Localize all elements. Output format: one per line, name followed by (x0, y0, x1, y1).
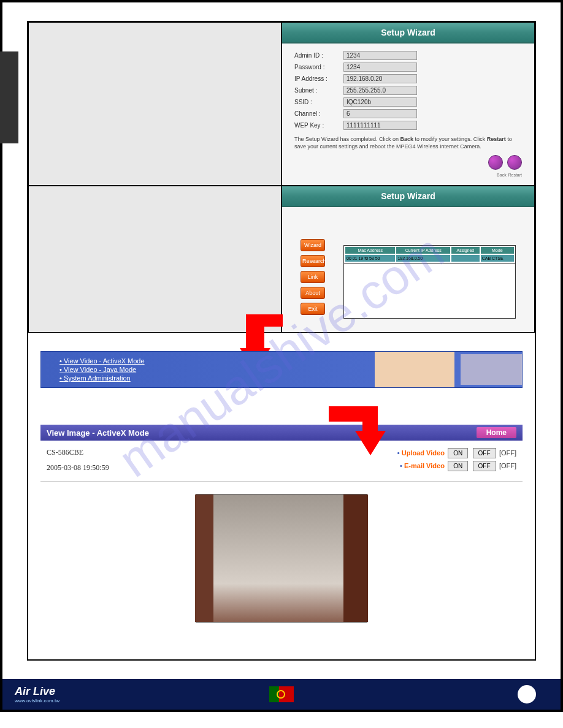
nav-banner: View Video - ActiveX Mode View Video - J… (40, 351, 523, 388)
password-label: Password : (294, 64, 343, 70)
wep-key-label: WEP Key : (294, 122, 343, 129)
home-button[interactable]: Home (477, 427, 516, 438)
email-off-button[interactable]: OFF (473, 461, 496, 471)
about-button[interactable]: About (301, 287, 325, 299)
back-button[interactable] (488, 155, 503, 170)
ip-address-label: IP Address : (294, 75, 343, 82)
upload-status: [OFF] (499, 449, 516, 457)
wizard-title: Setup Wizard (282, 23, 534, 44)
banner-camera-image (461, 354, 522, 385)
admin-id-input[interactable]: 1234 (343, 51, 417, 60)
wizard-note: The Setup Wizard has completed. Click on… (294, 136, 522, 150)
footer: Air Live www.ovislink.com.tw (2, 679, 561, 710)
upload-on-button[interactable]: ON (448, 448, 468, 458)
viewer-title: View Image - ActiveX Mode (47, 428, 149, 438)
banner-photo (375, 352, 454, 387)
channel-label: Channel : (294, 110, 343, 117)
page-number-circle (518, 685, 536, 703)
device-list-table: Mac Address Current IP Address Assigned … (343, 245, 516, 264)
ssid-input[interactable]: IQC120b (343, 97, 417, 107)
brand-logo: Air Live (15, 685, 55, 697)
upload-off-button[interactable]: OFF (473, 448, 496, 458)
empty-cell-2 (28, 186, 282, 333)
portugal-flag-icon (269, 686, 294, 702)
arrow-icon (362, 406, 378, 434)
table-row[interactable]: 00 01 19 f0 58 50 192.168.0.50 CAB CTSE (345, 255, 514, 262)
camera-name: CS-586CBE (47, 448, 109, 457)
exit-button[interactable]: Exit (301, 303, 325, 315)
link-view-activex[interactable]: View Video - ActiveX Mode (59, 357, 145, 365)
language-tab (0, 51, 18, 143)
arrow-down-icon (355, 431, 386, 455)
wep-key-input[interactable]: 1111111111 (343, 121, 417, 130)
wizard-button[interactable]: Wizard (301, 239, 325, 251)
link-button[interactable]: Link (301, 271, 325, 283)
email-status: [OFF] (499, 462, 516, 469)
ip-address-input[interactable]: 192.168.0.20 (343, 74, 417, 83)
channel-input[interactable]: 6 (343, 109, 417, 118)
link-view-java[interactable]: View Video - Java Mode (59, 366, 145, 373)
subnet-label: Subnet : (294, 87, 343, 94)
email-on-button[interactable]: ON (448, 461, 468, 471)
ssid-label: SSID : (294, 99, 343, 105)
timestamp: 2005-03-08 19:50:59 (47, 463, 109, 472)
email-video-label: E-mail Video (400, 462, 445, 469)
empty-cell-1 (28, 22, 282, 186)
wizard2-title: Setup Wizard (282, 186, 534, 207)
link-system-admin[interactable]: System Administration (59, 374, 145, 382)
subnet-input[interactable]: 255.255.255.0 (343, 86, 417, 95)
video-preview (196, 494, 367, 623)
restart-button[interactable] (507, 155, 522, 170)
arrow-icon (246, 314, 283, 327)
upload-video-label: Upload Video (397, 449, 445, 457)
password-input[interactable]: 1234 (343, 63, 417, 72)
admin-id-label: Admin ID : (294, 52, 343, 59)
brand-url: www.ovislink.com.tw (15, 698, 59, 703)
research-button[interactable]: Research (301, 255, 325, 267)
